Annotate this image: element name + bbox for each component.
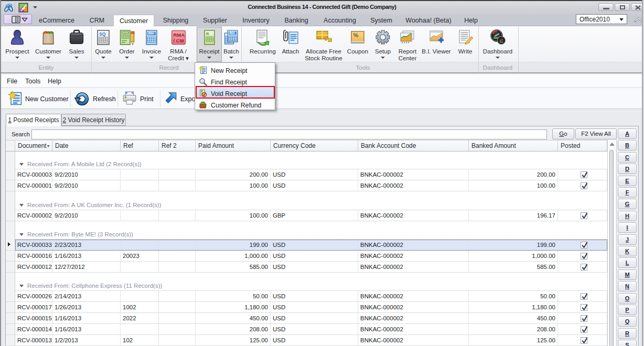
svg-text:R: R (206, 31, 209, 36)
svg-text:%: % (353, 32, 359, 38)
svg-text:SQ: SQ (99, 31, 106, 37)
svg-text:INV: INV (148, 31, 154, 35)
svg-text:/ CM: / CM (174, 38, 184, 44)
svg-text:INV: INV (229, 31, 235, 35)
svg-text:RMA: RMA (174, 32, 185, 38)
